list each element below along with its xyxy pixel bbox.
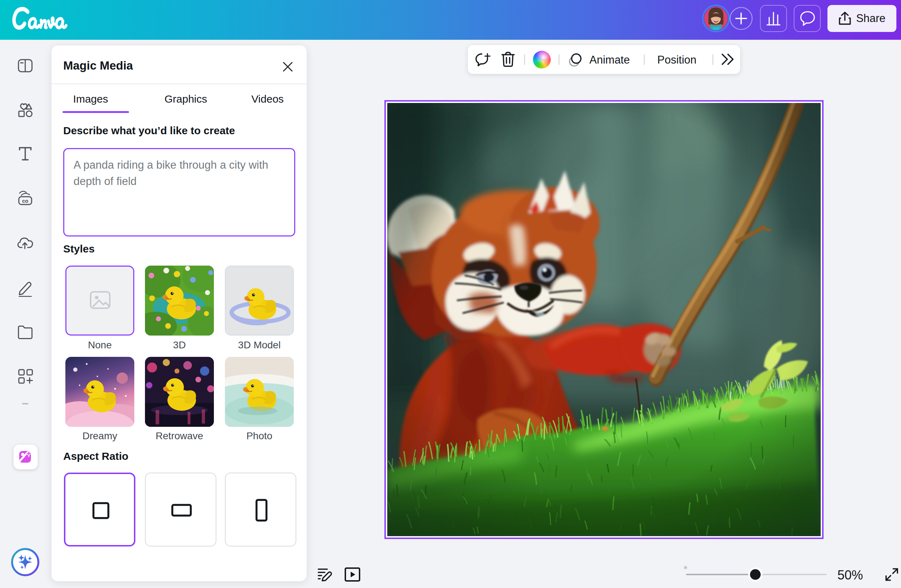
svg-text:co: co (22, 198, 28, 204)
